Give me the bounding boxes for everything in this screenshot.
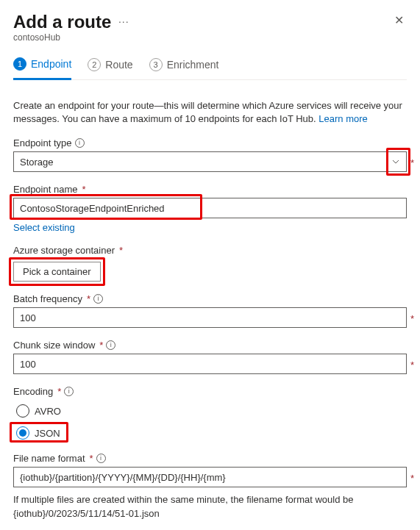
filename-format-label: File name format (13, 453, 85, 464)
radio-label: AVRO (35, 406, 61, 417)
info-icon[interactable]: i (64, 387, 74, 396)
batch-frequency-input[interactable] (13, 307, 407, 328)
required-marker: * (410, 157, 414, 168)
required-marker: * (90, 453, 93, 464)
required-marker: * (119, 245, 123, 256)
page-title: Add a route (13, 12, 111, 32)
encoding-option-json[interactable]: JSON (13, 425, 407, 441)
filename-helper-text: If multiple files are created within the… (13, 493, 407, 520)
batch-frequency-label: Batch frequency (13, 293, 82, 304)
close-icon[interactable]: ✕ (391, 12, 407, 29)
required-marker: * (99, 340, 103, 351)
endpoint-type-select[interactable]: Storage (13, 151, 407, 172)
tab-label: Route (105, 59, 132, 71)
filename-format-input[interactable] (13, 467, 407, 487)
learn-more-link[interactable]: Learn more (318, 113, 367, 124)
radio-label: JSON (35, 428, 60, 439)
step-number-icon: 2 (88, 58, 101, 71)
info-icon[interactable]: i (93, 294, 103, 304)
endpoint-type-value: Storage (20, 157, 54, 168)
tab-endpoint[interactable]: 1 Endpoint (13, 53, 71, 80)
info-icon[interactable]: i (106, 340, 115, 350)
more-icon[interactable]: ··· (118, 15, 129, 27)
required-marker: * (57, 386, 61, 397)
radio-icon (16, 426, 29, 440)
encoding-option-avro[interactable]: AVRO (13, 403, 407, 419)
required-marker: * (87, 293, 90, 304)
tab-label: Endpoint (31, 58, 71, 70)
info-icon[interactable]: i (96, 454, 106, 463)
tab-route[interactable]: 2 Route (88, 53, 132, 79)
info-icon[interactable]: i (75, 138, 85, 148)
select-existing-link[interactable]: Select existing (13, 222, 75, 233)
page-subtitle: contosoHub (13, 32, 391, 43)
endpoint-type-label: Endpoint type (13, 137, 72, 148)
step-number-icon: 3 (149, 58, 163, 71)
container-label: Azure storage container (13, 245, 115, 256)
required-marker: * (410, 473, 414, 484)
step-tabs: 1 Endpoint 2 Route 3 Enrichment (13, 53, 407, 80)
required-marker: * (410, 359, 414, 370)
encoding-label: Encoding (13, 386, 53, 397)
chevron-down-icon[interactable] (385, 152, 406, 171)
tab-label: Enrichment (167, 59, 219, 71)
required-marker: * (82, 184, 85, 195)
step-number-icon: 1 (13, 57, 26, 71)
chunk-size-input[interactable] (13, 354, 407, 374)
endpoint-name-input[interactable] (13, 198, 407, 218)
tab-enrichment[interactable]: 3 Enrichment (149, 53, 219, 79)
intro-text: Create an endpoint for your route—this w… (13, 99, 407, 126)
chunk-size-label: Chunk size window (13, 340, 95, 351)
pick-container-button[interactable]: Pick a container (13, 262, 101, 282)
radio-icon (16, 404, 29, 418)
required-marker: * (410, 313, 414, 324)
endpoint-name-label: Endpoint name (13, 184, 77, 195)
